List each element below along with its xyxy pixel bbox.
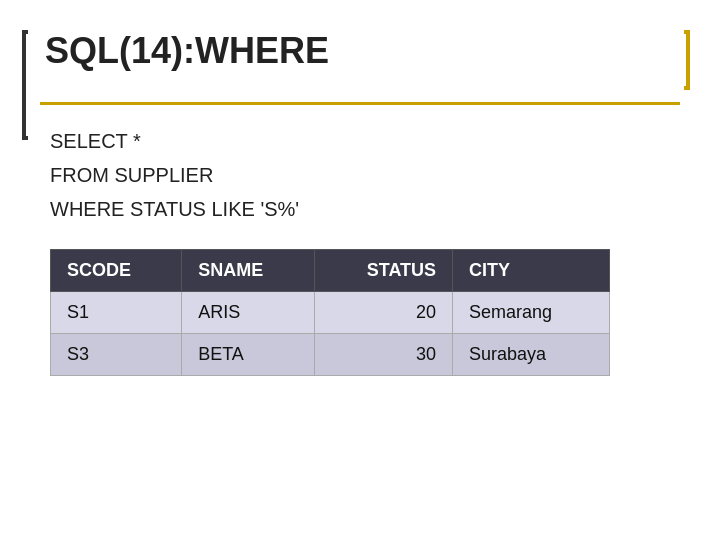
table-cell: S1 <box>51 292 182 334</box>
bracket-left-decoration <box>22 30 28 140</box>
slide-container: SQL(14):WHERE SELECT * FROM SUPPLIER WHE… <box>40 30 680 376</box>
sql-line-3: WHERE STATUS LIKE 'S%' <box>50 193 680 225</box>
table-cell: 30 <box>314 334 452 376</box>
table-cell: Semarang <box>453 292 610 334</box>
col-header-scode: SCODE <box>51 250 182 292</box>
sql-code-block: SELECT * FROM SUPPLIER WHERE STATUS LIKE… <box>40 125 680 225</box>
result-table: SCODE SNAME STATUS CITY S1ARIS20Semarang… <box>50 249 610 376</box>
table-cell: 20 <box>314 292 452 334</box>
table-row: S3BETA30Surabaya <box>51 334 610 376</box>
gold-divider <box>40 102 680 105</box>
sql-line-2: FROM SUPPLIER <box>50 159 680 191</box>
table-header-row: SCODE SNAME STATUS CITY <box>51 250 610 292</box>
table-row: S1ARIS20Semarang <box>51 292 610 334</box>
table-cell: Surabaya <box>453 334 610 376</box>
bracket-right-decoration <box>684 30 690 90</box>
table-cell: S3 <box>51 334 182 376</box>
table-cell: ARIS <box>182 292 315 334</box>
col-header-status: STATUS <box>314 250 452 292</box>
sql-line-1: SELECT * <box>50 125 680 157</box>
slide-title: SQL(14):WHERE <box>40 30 680 72</box>
col-header-sname: SNAME <box>182 250 315 292</box>
col-header-city: CITY <box>453 250 610 292</box>
table-cell: BETA <box>182 334 315 376</box>
